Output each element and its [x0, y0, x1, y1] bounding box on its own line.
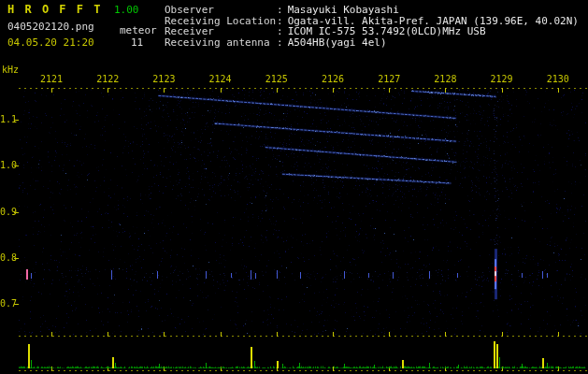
freq-tick-label: 0.8: [0, 252, 15, 263]
observation-datetime: 04.05.20 21:20: [7, 36, 94, 49]
freq-axis-unit: kHz: [2, 65, 19, 75]
time-tick-label: 2128: [434, 74, 456, 84]
info-label: Receiving antenna: [165, 37, 277, 49]
time-tick-label: 2126: [322, 74, 344, 84]
output-filename: 0405202120.png: [7, 21, 94, 33]
time-tick-label: 2122: [96, 74, 119, 84]
freq-tick-label: 0.7: [0, 298, 15, 309]
time-tick-label: 2125: [265, 74, 288, 84]
freq-tick-label: 1.1: [0, 114, 15, 124]
info-row-antenna: Receiving antenna:A504HB(yagi 4el): [165, 37, 579, 49]
freq-tick-label: 1.0: [0, 160, 15, 170]
time-tick-label: 2129: [491, 74, 513, 84]
time-tick-label: 2124: [209, 74, 232, 84]
spectrogram-canvas: [0, 0, 588, 374]
info-label: Observer: [165, 5, 277, 16]
app-version: 1.00: [114, 4, 139, 16]
observer-info: Observer:Masayuki Kobayashi Receiving Lo…: [165, 5, 579, 48]
time-tick-label: 2130: [547, 74, 569, 84]
time-tick-label: 2127: [378, 74, 400, 84]
freq-tick-label: 0.9: [0, 207, 15, 217]
time-tick-label: 2121: [40, 74, 63, 84]
time-tick-label: 2123: [152, 74, 175, 84]
info-value: A504HB(yagi 4el): [288, 36, 387, 49]
info-separator: :: [277, 36, 283, 49]
hrofft-screen: H R O F F T 1.00 0405202120.png meteor 0…: [0, 0, 588, 374]
meteor-count: 11: [131, 36, 143, 49]
app-title: H R O F F T: [7, 3, 102, 16]
info-label: Receiver: [165, 26, 277, 37]
mode-label: meteor: [120, 24, 157, 36]
